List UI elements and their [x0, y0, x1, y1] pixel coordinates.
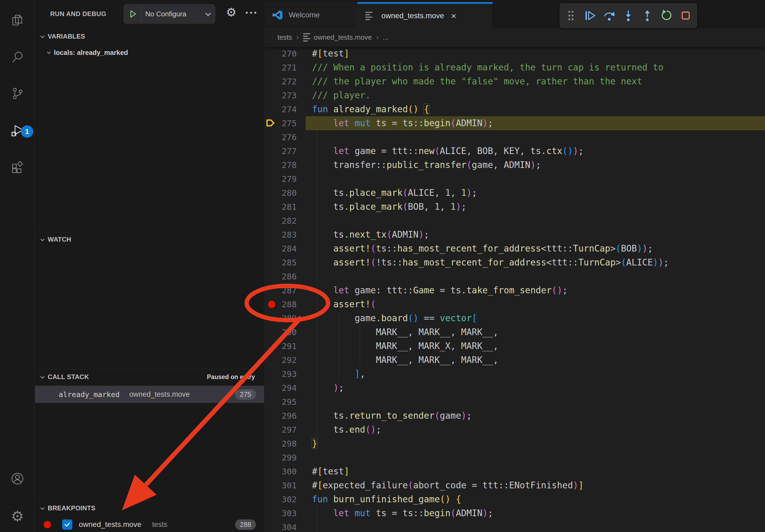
- gutter[interactable]: 270: [264, 47, 306, 61]
- code-line-282[interactable]: 282: [264, 214, 765, 228]
- call-stack-section-header[interactable]: CALL STACK Paused on entry: [35, 370, 264, 384]
- code-line-297[interactable]: 297 ts.end();: [264, 423, 765, 437]
- stop-icon[interactable]: [678, 8, 694, 24]
- gutter[interactable]: 286: [264, 269, 306, 283]
- gutter[interactable]: 281: [264, 200, 306, 214]
- continue-icon[interactable]: [582, 8, 598, 24]
- code-line-281[interactable]: 281 ts.place_mark(BOB, 1, 1);: [264, 200, 765, 214]
- gutter[interactable]: 298: [264, 437, 306, 450]
- code-line-304[interactable]: 304: [264, 520, 765, 532]
- code-line-277[interactable]: 277 let game = ttt::new(ALICE, BOB, KEY,…: [264, 144, 765, 158]
- code-line-279[interactable]: 279: [264, 172, 765, 186]
- tab-owned-tests-move[interactable]: owned_tests.move ×: [357, 2, 493, 28]
- code-line-286[interactable]: 286: [264, 269, 765, 283]
- code-line-272[interactable]: 272/// the player who made the "false" m…: [264, 75, 765, 89]
- gutter[interactable]: 282: [264, 214, 306, 228]
- step-over-icon[interactable]: [601, 8, 617, 24]
- gutter[interactable]: 292: [264, 353, 306, 367]
- code-line-290[interactable]: 290 MARK__, MARK__, MARK__,: [264, 325, 765, 339]
- gutter[interactable]: 285: [264, 256, 306, 269]
- gutter[interactable]: 293: [264, 367, 306, 381]
- gutter[interactable]: 303: [264, 506, 306, 520]
- code-line-293[interactable]: 293 ],: [264, 367, 765, 381]
- explorer-icon[interactable]: [0, 5, 35, 35]
- run-and-debug-icon[interactable]: 1: [0, 116, 35, 145]
- code-line-287[interactable]: 287 let game: ttt::Game = ts.take_from_s…: [264, 283, 765, 297]
- variables-section-header[interactable]: VARIABLES: [35, 30, 264, 43]
- code-line-271[interactable]: 271/// When a position is already marked…: [264, 61, 765, 75]
- code-line-298[interactable]: 298}: [264, 437, 765, 450]
- code-line-275[interactable]: 275 let mut ts = ts::begin(ADMIN);: [264, 116, 765, 130]
- code-line-274[interactable]: 274fun already_marked() {: [264, 102, 765, 116]
- breadcrumb-symbol[interactable]: ...: [383, 33, 389, 42]
- gutter[interactable]: 290: [264, 325, 306, 339]
- code-area[interactable]: 270#[test]271/// When a position is alre…: [264, 47, 765, 532]
- search-icon[interactable]: [0, 42, 35, 72]
- restart-icon[interactable]: [659, 8, 675, 24]
- breadcrumb-file[interactable]: owned_tests.move: [314, 33, 372, 42]
- source-control-icon[interactable]: [0, 79, 35, 108]
- gutter[interactable]: 280: [264, 186, 306, 200]
- breadcrumb-tests[interactable]: tests: [278, 33, 292, 42]
- code-line-296[interactable]: 296 ts.return_to_sender(game);: [264, 409, 765, 423]
- code-line-288[interactable]: 288 assert!(: [264, 297, 765, 311]
- gutter[interactable]: 299: [264, 450, 306, 464]
- breakpoint-checkbox[interactable]: [62, 519, 72, 530]
- code-line-303[interactable]: 303 let mut ts = ts::begin(ADMIN);: [264, 506, 765, 520]
- code-line-289[interactable]: 289 game.board() == vector[: [264, 311, 765, 325]
- call-stack-frame[interactable]: already_marked owned_tests.move 275: [35, 386, 264, 403]
- step-out-icon[interactable]: [639, 8, 655, 24]
- breakpoint-dot-icon[interactable]: [265, 297, 279, 311]
- breakpoint-item[interactable]: owned_tests.move tests 288: [35, 517, 264, 532]
- account-icon[interactable]: [0, 464, 35, 493]
- code-line-300[interactable]: 300#[test]: [264, 464, 765, 478]
- code-line-276[interactable]: 276: [264, 130, 765, 144]
- watch-section-header[interactable]: WATCH: [35, 232, 264, 246]
- gutter[interactable]: 276: [264, 130, 306, 144]
- breakpoints-section-header[interactable]: BREAKPOINTS: [35, 501, 264, 515]
- extensions-icon[interactable]: [0, 153, 35, 183]
- close-tab-icon[interactable]: ×: [451, 11, 456, 20]
- gutter[interactable]: 295: [264, 395, 306, 409]
- gutter[interactable]: 283: [264, 228, 306, 242]
- debug-settings-gear-icon[interactable]: ⚙: [226, 6, 237, 18]
- step-into-icon[interactable]: [620, 8, 636, 24]
- code-line-284[interactable]: 284 assert!(ts::has_most_recent_for_addr…: [264, 242, 765, 256]
- gutter[interactable]: 275: [264, 116, 306, 130]
- gutter[interactable]: 278: [264, 158, 306, 172]
- gutter[interactable]: 288: [264, 297, 306, 311]
- code-line-280[interactable]: 280 ts.place_mark(ALICE, 1, 1);: [264, 186, 765, 200]
- gutter[interactable]: 301: [264, 478, 306, 492]
- gutter[interactable]: 273: [264, 89, 306, 102]
- gutter[interactable]: 296: [264, 409, 306, 423]
- gutter[interactable]: 274: [264, 102, 306, 116]
- code-line-285[interactable]: 285 assert!(!ts::has_most_recent_for_add…: [264, 256, 765, 269]
- gutter[interactable]: 300: [264, 464, 306, 478]
- gutter[interactable]: 302: [264, 492, 306, 506]
- code-line-301[interactable]: 301#[expected_failure(abort_code = ttt::…: [264, 478, 765, 492]
- tab-welcome[interactable]: Welcome: [264, 2, 357, 28]
- gutter[interactable]: 297: [264, 423, 306, 437]
- gutter[interactable]: 277: [264, 144, 306, 158]
- settings-gear-icon[interactable]: ⚙: [0, 501, 35, 531]
- code-line-270[interactable]: 270#[test]: [264, 47, 765, 61]
- gutter[interactable]: 287: [264, 283, 306, 297]
- code-line-273[interactable]: 273/// player.: [264, 89, 765, 102]
- more-actions-icon[interactable]: [246, 12, 256, 14]
- code-line-295[interactable]: 295: [264, 395, 765, 409]
- code-line-302[interactable]: 302fun burn_unfinished_game() {: [264, 492, 765, 506]
- gutter[interactable]: 289: [264, 311, 306, 325]
- code-line-292[interactable]: 292 MARK__, MARK__, MARK__,: [264, 353, 765, 367]
- variables-scope-locals[interactable]: locals: already_marked: [35, 45, 264, 60]
- gutter[interactable]: 279: [264, 172, 306, 186]
- code-line-278[interactable]: 278 transfer::public_transfer(game, ADMI…: [264, 158, 765, 172]
- debug-config-dropdown[interactable]: No Configura: [124, 4, 215, 24]
- gutter[interactable]: 271: [264, 61, 306, 75]
- toolbar-drag-handle[interactable]: [563, 8, 579, 24]
- gutter[interactable]: 304: [264, 520, 306, 532]
- code-line-294[interactable]: 294 );: [264, 381, 765, 395]
- code-line-299[interactable]: 299: [264, 450, 765, 464]
- gutter[interactable]: 291: [264, 339, 306, 353]
- start-debug-icon[interactable]: [124, 5, 142, 23]
- gutter[interactable]: 284: [264, 242, 306, 256]
